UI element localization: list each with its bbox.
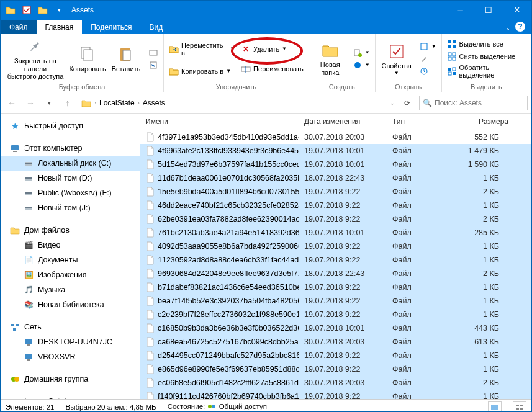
nav-back-button[interactable]: ← bbox=[4, 96, 19, 110]
file-row[interactable]: 4f6963afe2c133ffcf933943e9f3c9b6e4455...… bbox=[140, 144, 531, 158]
folder-icon bbox=[3, 3, 18, 17]
move-to-button[interactable]: Переместить в ▼ bbox=[168, 41, 236, 57]
breadcrumb-dropdown[interactable]: ⌄ bbox=[386, 100, 399, 106]
svg-rect-38 bbox=[16, 324, 19, 326]
svg-rect-39 bbox=[13, 328, 16, 331]
copy-path-button[interactable] bbox=[147, 47, 160, 58]
nav-drive[interactable]: Public (\\vboxsrv) (F:) bbox=[1, 186, 140, 200]
copy-to-button[interactable]: Копировать в ▼ bbox=[168, 66, 236, 77]
nav-up-button[interactable]: ↑ bbox=[60, 96, 75, 110]
file-row[interactable]: 5d154ed73d97e6b37597fa41b155cc0cedd... 1… bbox=[140, 158, 531, 171]
crumb-segment[interactable]: Assets bbox=[141, 99, 167, 107]
refresh-button[interactable]: ⟳ bbox=[399, 99, 415, 107]
pin-icon bbox=[25, 37, 45, 56]
nav-network[interactable]: Сеть bbox=[1, 320, 140, 334]
delete-icon: ✕ bbox=[241, 44, 251, 54]
new-folder-button[interactable]: Новая папка bbox=[313, 40, 348, 76]
nav-drive[interactable]: Новый том (J:) bbox=[1, 200, 140, 215]
nav-home-folders[interactable]: Дом файлов bbox=[1, 223, 140, 238]
file-icon bbox=[145, 323, 155, 333]
file-row[interactable]: 96930684d242048e9ee8ffee9637d3e5f713... … bbox=[140, 267, 531, 280]
nav-recent-button[interactable]: ▾ bbox=[42, 96, 56, 110]
view-details-button[interactable] bbox=[488, 401, 502, 413]
file-icon bbox=[145, 187, 155, 197]
nav-drive[interactable]: Локальный диск (C:) bbox=[1, 156, 140, 171]
nav-library-item[interactable]: 🎵Музыка bbox=[1, 282, 140, 297]
nav-library-item[interactable]: 📚Новая библиотека bbox=[1, 297, 140, 312]
svg-rect-22 bbox=[453, 57, 456, 60]
file-row[interactable]: 4092d53aaa9055e8b6a7bda492f25900664... 1… bbox=[140, 240, 531, 253]
col-name[interactable]: Имени bbox=[140, 114, 299, 130]
nav-image-catalog[interactable]: ◆Image Catalog bbox=[1, 394, 140, 399]
tab-file[interactable]: Файл bbox=[1, 20, 37, 34]
select-all-button[interactable]: Выделить все bbox=[446, 38, 527, 50]
close-button[interactable]: × bbox=[503, 1, 531, 19]
view-thumbnails-button[interactable] bbox=[513, 401, 526, 413]
file-row[interactable]: d254495cc071249bbafc527d95a2bbc816a... 1… bbox=[140, 349, 531, 362]
qat-dropdown[interactable]: ▾ bbox=[52, 3, 66, 17]
col-date[interactable]: Дата изменения bbox=[299, 114, 387, 130]
tab-home[interactable]: Главная bbox=[37, 20, 83, 34]
file-row[interactable]: 15e5eb9bda400a5d01ff894b6cd07301552... 1… bbox=[140, 185, 531, 199]
tab-view[interactable]: Вид bbox=[140, 20, 171, 34]
file-row[interactable]: c2e239bf7f28effcc2736032c1f988e590e1e...… bbox=[140, 308, 531, 321]
minimize-button[interactable]: ─ bbox=[446, 1, 474, 19]
svg-point-47 bbox=[212, 405, 215, 408]
nav-library-item[interactable]: 🎬Видео bbox=[1, 238, 140, 253]
properties-qat[interactable] bbox=[19, 3, 34, 17]
new-folder-qat[interactable] bbox=[35, 3, 50, 17]
paste-button[interactable]: Вставить bbox=[109, 45, 143, 73]
tab-share[interactable]: Поделиться bbox=[82, 20, 140, 34]
select-none-button[interactable]: Снять выделение bbox=[446, 51, 527, 62]
col-size[interactable]: Размера bbox=[459, 114, 514, 130]
file-row[interactable]: b71dabef83821ac1436c6e54eed36510be6... 1… bbox=[140, 280, 531, 294]
breadcrumb[interactable]: › LocalState › Assets ⌄ ⟳ bbox=[79, 96, 415, 110]
copy-button[interactable]: Копировать bbox=[70, 45, 105, 73]
invert-selection-button[interactable]: Обратить выделение bbox=[446, 63, 527, 79]
file-row[interactable]: bea7f14f5b52e3c392037ba504fba4820567fa..… bbox=[140, 294, 531, 308]
svg-rect-4 bbox=[123, 50, 130, 60]
chevron-icon[interactable]: › bbox=[93, 100, 97, 106]
file-row[interactable]: 62be0391ea03fa7882ad8fee62390014ad2c... … bbox=[140, 212, 531, 226]
nav-network-pc[interactable]: VBOXSVR bbox=[1, 349, 140, 364]
nav-library-item[interactable]: 📄Документы bbox=[1, 253, 140, 267]
file-row[interactable]: e865d96e8990fe5e3f69637eb85951d88db... 1… bbox=[140, 362, 531, 376]
nav-forward-button[interactable]: → bbox=[23, 96, 38, 110]
nav-quick-access[interactable]: ★Быстрый доступ bbox=[1, 119, 140, 133]
file-row[interactable]: ec06b8e5d6f905d1482c2fff627a5c8861d... 3… bbox=[140, 376, 531, 390]
file-icon bbox=[145, 378, 155, 388]
help-button[interactable]: ? bbox=[515, 22, 525, 32]
easy-access-button[interactable]: ▼ bbox=[351, 60, 371, 71]
edit-button[interactable] bbox=[418, 53, 438, 65]
file-row[interactable]: 11d67b1deaa0061e0701dc30568fa2035b7... 1… bbox=[140, 171, 531, 185]
window-title: Assets bbox=[69, 6, 446, 14]
crumb-segment[interactable]: LocalState bbox=[97, 99, 137, 107]
nav-network-pc[interactable]: DESKTOP-UU4N7JC bbox=[1, 334, 140, 349]
rename-button[interactable]: Переименовать bbox=[240, 63, 305, 74]
pin-to-quick-access-button[interactable]: Закрепить на панели быстрого доступа bbox=[4, 37, 66, 81]
nav-library-item[interactable]: 🖼️Изображения bbox=[1, 267, 140, 282]
history-button[interactable] bbox=[418, 66, 438, 77]
open-button[interactable]: ▼ bbox=[418, 41, 438, 52]
file-row[interactable]: c16850b9b3da3b6e36b3e3f0b036522d360e... … bbox=[140, 321, 531, 335]
nav-drive[interactable]: Новый том (D:) bbox=[1, 171, 140, 186]
nav-this-pc[interactable]: Этот компьютер bbox=[1, 141, 140, 156]
maximize-button[interactable]: ☐ bbox=[474, 1, 503, 19]
addressbar: ← → ▾ ↑ › LocalState › Assets ⌄ ⟳ 🔍 Поис… bbox=[1, 92, 531, 114]
properties-button[interactable]: Свойства ▼ bbox=[379, 42, 414, 76]
file-row[interactable]: 46dd2eace740bf21c65cb32325cfe028524c... … bbox=[140, 199, 531, 212]
col-type[interactable]: Тип bbox=[387, 114, 459, 130]
delete-button[interactable]: ✕Удалить ▼ bbox=[240, 43, 305, 55]
nav-homegroup[interactable]: Домашняя группа bbox=[1, 372, 140, 387]
file-row[interactable]: 11230592ad8d8a88c4ea6cb33f1fac44ad25... … bbox=[140, 253, 531, 267]
file-icon bbox=[145, 200, 155, 210]
ribbon-collapse-button[interactable]: ^ bbox=[500, 27, 515, 34]
chevron-icon[interactable]: › bbox=[137, 100, 141, 106]
file-row[interactable]: f140f9111cd426760bf2b69740cbb3fb6a14... … bbox=[140, 390, 531, 399]
file-row[interactable]: 4f3971e1a953b3ed345db410d93e5dd1a47... 3… bbox=[140, 130, 531, 144]
paste-shortcut-button[interactable] bbox=[147, 60, 160, 71]
new-item-button[interactable]: ▼ bbox=[351, 47, 371, 58]
file-row[interactable]: 761bc2130ab3ae4a21a94e51418392d3645... 1… bbox=[140, 226, 531, 240]
search-input[interactable]: 🔍 Поиск: Assets bbox=[419, 96, 528, 110]
file-row[interactable]: ca68ea546725c5275167bc099c8dbb25aa1... 3… bbox=[140, 335, 531, 349]
